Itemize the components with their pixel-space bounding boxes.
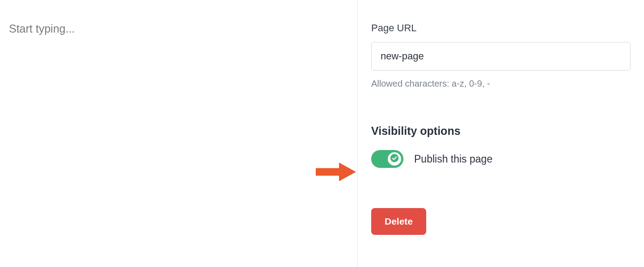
page-url-label: Page URL bbox=[371, 22, 631, 34]
page-url-helper: Allowed characters: a-z, 0-9, - bbox=[371, 79, 631, 89]
settings-panel: Page URL Allowed characters: a-z, 0-9, -… bbox=[358, 0, 644, 267]
publish-toggle[interactable] bbox=[371, 150, 403, 168]
delete-button[interactable]: Delete bbox=[371, 208, 426, 235]
toggle-thumb bbox=[388, 152, 401, 166]
visibility-heading: Visibility options bbox=[371, 125, 631, 138]
check-icon bbox=[390, 154, 399, 164]
page-url-input[interactable] bbox=[371, 42, 631, 71]
editor-input[interactable]: Start typing... bbox=[9, 22, 348, 35]
publish-toggle-label: Publish this page bbox=[414, 153, 492, 165]
editor-panel: Start typing... bbox=[0, 0, 358, 267]
publish-toggle-row: Publish this page bbox=[371, 150, 631, 168]
svg-point-0 bbox=[390, 154, 398, 162]
